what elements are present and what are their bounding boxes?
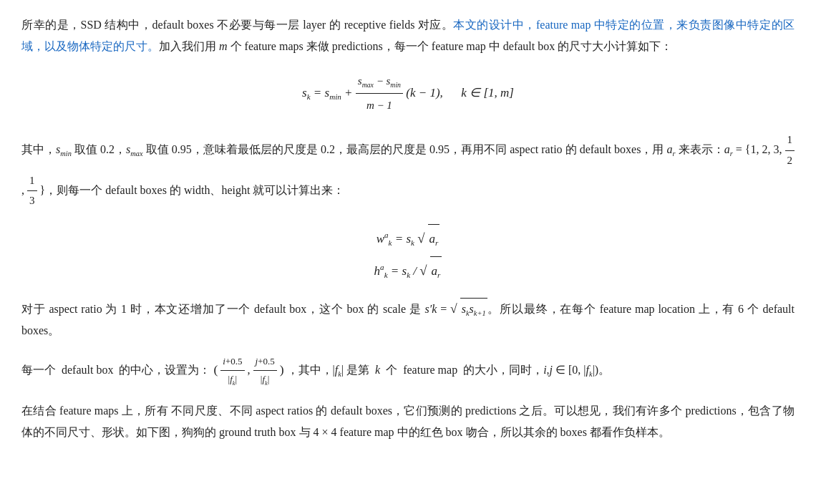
formula-hk: hak = sk / √ar — [21, 255, 795, 287]
fraction-third: 1 3 — [27, 171, 37, 212]
fraction-center-i: i+0.5 |fk| — [220, 353, 244, 389]
fraction-denominator: m − 1 — [356, 94, 403, 117]
var-ij: i — [543, 364, 546, 376]
var-k: k — [375, 364, 380, 376]
sqrt-ar-h: ar — [430, 256, 442, 286]
formula-sk: sk = smin + smax − smin m − 1 (k − 1), k… — [21, 69, 795, 117]
sqrt-sk-product: sksk+1 — [460, 298, 487, 320]
var-smax: smax — [126, 143, 143, 155]
paragraph-3: 对于 aspect ratio 为 1 时，本文还增加了一个 default b… — [21, 297, 795, 341]
fraction-center-j: j+0.5 |fk| — [253, 353, 277, 389]
content-area: 所幸的是，SSD 结构中，default boxes 不必要与每一层 layer… — [21, 14, 795, 443]
formula-wh: wak = sk √ar hak = sk / √ar — [21, 223, 795, 287]
var-sprime: s′k — [425, 303, 437, 315]
fraction-sk: smax − smin m − 1 — [356, 69, 403, 117]
paragraph-4: 每一个 default box 的中心，设置为： ( i+0.5 |fk| , … — [21, 353, 795, 389]
sqrt-ar-w: ar — [428, 224, 440, 254]
fraction-half: 1 2 — [785, 130, 795, 171]
paragraph-1: 所幸的是，SSD 结构中，default boxes 不必要与每一层 layer… — [21, 14, 795, 57]
paragraph-5: 在结合 feature maps 上，所有 不同尺度、不同 aspect rat… — [21, 400, 795, 442]
var-j: j — [550, 364, 553, 376]
blue-text-1: 本文的设计中，feature map 中特定的位置，来负责图像中特定的区域，以及… — [21, 19, 795, 52]
formula-sk-text: sk = smin + smax − smin m − 1 (k − 1), k… — [302, 86, 514, 100]
var-smin: smin — [56, 143, 72, 155]
var-ar: ar — [667, 143, 676, 155]
var-fk-1: fk — [335, 364, 341, 376]
var-ar2: ar — [724, 143, 733, 155]
var-fk-2: fk — [586, 364, 593, 376]
formula-wk: wak = sk √ar — [21, 223, 795, 255]
paragraph-2: 其中，smin 取值 0.2，smax 取值 0.95，意味着最低层的尺度是 0… — [21, 130, 795, 211]
var-m: m — [219, 40, 228, 52]
fraction-numerator: smax − smin — [356, 69, 403, 94]
